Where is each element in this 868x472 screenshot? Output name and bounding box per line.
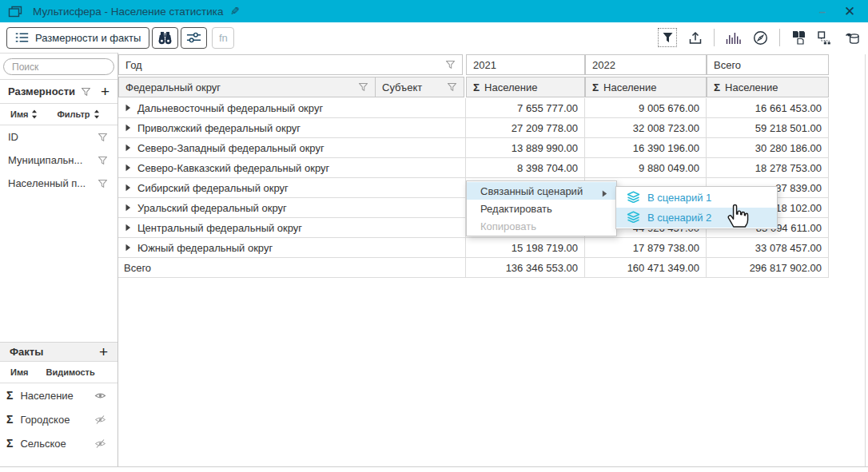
rename-pencil-icon[interactable]: ✎ [230, 5, 240, 18]
settings-sliders-button[interactable] [181, 27, 207, 49]
value-cell[interactable]: 33 078 457.00 [707, 238, 829, 258]
value-cell[interactable]: 136 346 553.00 [466, 258, 585, 278]
year-2021-header[interactable]: 2021 [466, 54, 585, 75]
row-name-label: Уральский федеральный округ [137, 202, 287, 214]
measure-header-total[interactable]: Σ Население [707, 77, 829, 97]
context-menu-item[interactable]: Редактировать [467, 200, 616, 217]
cell-value: 136 346 553.00 [506, 262, 578, 274]
sort-by-filter[interactable]: Фильтр [57, 109, 99, 119]
submenu-item[interactable]: В сценарий 2 [616, 208, 777, 228]
expand-arrow-icon[interactable] [125, 224, 131, 232]
close-button[interactable]: ✕ [836, 0, 863, 22]
year-2022-header[interactable]: 2022 [585, 54, 707, 75]
fact-list-item[interactable]: ΣНаселение [0, 383, 117, 407]
district-filter-icon[interactable] [358, 82, 368, 92]
dimensions-filter-icon[interactable] [81, 87, 91, 97]
value-cell[interactable]: 32 008 723.00 [585, 118, 707, 138]
visibility-eye-icon[interactable] [94, 391, 106, 400]
add-dimension-button[interactable]: + [101, 84, 109, 99]
value-cell[interactable]: 15 198 719.00 [466, 238, 585, 258]
fact-list-item[interactable]: ΣСельское [0, 431, 117, 455]
search-binoculars-button[interactable] [152, 27, 178, 49]
value-cell[interactable]: 18 278 753.00 [707, 158, 829, 178]
context-menu-item[interactable]: Копировать [467, 217, 616, 235]
search-input[interactable] [3, 58, 114, 75]
year-total-header[interactable]: Всего [707, 54, 829, 75]
menu-item-label: Копировать [480, 220, 536, 232]
dimension-list-item[interactable]: Населенный п... [0, 172, 117, 195]
visibility-doc-icon[interactable] [844, 30, 860, 45]
compass-icon[interactable] [753, 30, 768, 46]
value-cell[interactable]: 9 880 049.00 [585, 158, 707, 178]
dimension-filter-icon[interactable] [98, 133, 108, 142]
value-cell[interactable]: 160 471 349.00 [585, 258, 707, 278]
value-cell[interactable]: 16 661 453.00 [707, 98, 829, 118]
row-name-cell[interactable]: Северо-Западный федеральный округ [118, 138, 466, 158]
value-cell[interactable]: 59 218 501.00 [707, 118, 829, 138]
district-header-cell[interactable]: Федеральный округ [118, 77, 376, 97]
context-menu-item[interactable]: Связанный сценарий [467, 182, 616, 200]
table-row: Северо-Западный федеральный округ13 889 … [118, 138, 829, 158]
fact-list-item[interactable]: ΣГородское [0, 407, 117, 431]
expand-arrow-icon[interactable] [125, 244, 131, 252]
dimension-filter-icon[interactable] [98, 179, 108, 188]
context-menu: Связанный сценарийРедактироватьКопироват… [466, 180, 617, 236]
cell-value: 16 661 453.00 [755, 102, 822, 114]
sum-icon: Σ [6, 437, 13, 450]
value-cell[interactable]: 296 817 902.00 [707, 258, 829, 278]
row-name-label: Сибирский федеральный округ [137, 182, 289, 194]
row-name-cell[interactable]: Уральский федеральный округ [118, 198, 466, 218]
submenu-item[interactable]: В сценарий 1 [616, 188, 777, 208]
expand-arrow-icon[interactable] [125, 164, 131, 172]
chart-icon[interactable] [726, 32, 742, 44]
cell-value: 17 879 738.00 [633, 242, 699, 254]
year-header-cell[interactable]: Год [118, 54, 463, 75]
row-name-cell[interactable]: Северо-Кавказский федеральный округ [118, 158, 466, 178]
row-name-cell[interactable]: Сибирский федеральный округ [118, 178, 466, 198]
year-filter-icon[interactable] [445, 60, 456, 69]
value-cell[interactable]: 9 005 676.00 [585, 98, 707, 118]
value-cell[interactable]: 16 390 196.00 [585, 138, 707, 158]
toolbar-separator [714, 29, 715, 46]
subject-header-cell[interactable]: Субъект [375, 77, 464, 97]
row-name-label: Центральный федеральный округ [137, 222, 302, 234]
row-name-cell[interactable]: Приволжский федеральный округ [118, 118, 466, 138]
minimize-button[interactable]: – [809, 0, 836, 22]
row-name-label: Всего [124, 262, 151, 274]
export-icon[interactable] [688, 31, 703, 45]
copy-scenario-icon[interactable] [791, 30, 806, 45]
visibility-eye-off-icon[interactable] [94, 415, 106, 424]
value-cell[interactable]: 30 280 186.00 [707, 138, 829, 158]
hierarchy-icon[interactable] [818, 31, 833, 45]
dimension-name: Населенный п... [8, 177, 86, 189]
scrollbar-track[interactable] [865, 54, 866, 466]
value-cell[interactable]: 7 655 777.00 [466, 98, 585, 118]
value-cell[interactable]: 27 209 778.00 [466, 118, 585, 138]
subject-filter-icon[interactable] [447, 82, 457, 92]
dimension-list-item[interactable]: Муниципальн... [0, 149, 117, 172]
visibility-eye-off-icon[interactable] [94, 439, 106, 448]
add-fact-button[interactable]: + [99, 344, 108, 359]
value-cell[interactable]: 17 879 738.00 [585, 238, 707, 258]
expand-arrow-icon[interactable] [125, 144, 131, 152]
row-name-cell[interactable]: Южный федеральный округ [118, 238, 466, 258]
dimension-filter-icon[interactable] [98, 156, 108, 165]
formula-fn-button[interactable]: fn [212, 27, 234, 49]
cell-value: 8 398 704.00 [517, 162, 578, 174]
row-name-cell[interactable]: Всего [118, 258, 466, 278]
measure-header-2021[interactable]: Σ Население [466, 77, 585, 97]
row-name-cell[interactable]: Дальневосточный федеральный округ [118, 98, 466, 118]
row-name-cell[interactable]: Центральный федеральный округ [118, 218, 466, 238]
expand-arrow-icon[interactable] [125, 104, 131, 112]
dimension-list-item[interactable]: ID [0, 125, 117, 149]
expand-arrow-icon[interactable] [125, 124, 131, 132]
filter-tool-icon[interactable] [658, 28, 677, 47]
measure-header-2022[interactable]: Σ Население [585, 77, 707, 97]
sort-by-name[interactable]: Имя [10, 109, 38, 119]
expand-arrow-icon[interactable] [125, 204, 131, 212]
sliders-icon [186, 31, 201, 44]
value-cell[interactable]: 13 889 990.00 [466, 138, 585, 158]
dimensions-facts-button[interactable]: Размерности и факты [6, 27, 149, 49]
value-cell[interactable]: 8 398 704.00 [466, 158, 585, 178]
expand-arrow-icon[interactable] [125, 184, 131, 192]
